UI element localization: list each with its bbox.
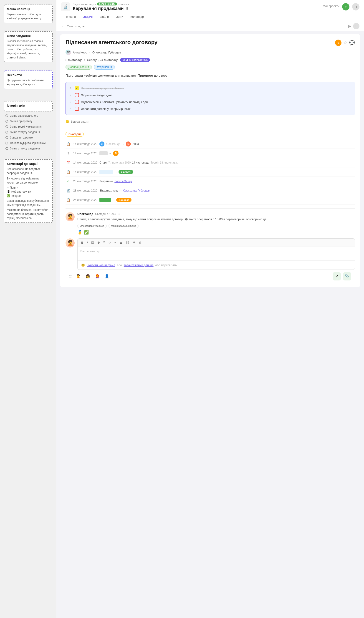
history-arrow4-icon: →: [112, 198, 115, 202]
comment-time: Сьогодні о 12:45: [95, 212, 116, 216]
comments-desc4: Можете не боятися, що потрібне повідомле…: [7, 208, 50, 220]
history-item-6: 🔄 23 листопада 2020 Відкрита знову — Оле…: [65, 186, 355, 195]
comment-text: Привіт, я заново відкрив завдання, тому …: [77, 217, 355, 221]
nav-tabs: Головна Задачі Файли Звіти Календар: [61, 13, 147, 21]
task-desc-box: Опис завдання В описі зберігаються голов…: [4, 31, 53, 62]
toolbar-list-ol[interactable]: ≣: [119, 240, 123, 245]
history-content-5: Закрита — Волков Захар: [99, 180, 355, 183]
toolbar-code[interactable]: {}: [138, 240, 142, 245]
toolbar-italic[interactable]: i: [86, 240, 89, 245]
history-item-1: 📋 14 листопада 2020 OA Олександр → АК Ан…: [65, 140, 355, 149]
attach-new-link[interactable]: Вкласти новий файл: [87, 263, 115, 267]
attach-file-button[interactable]: 📎: [343, 272, 351, 281]
tab-reports[interactable]: Звіти: [112, 13, 127, 21]
assignee2-name: Олександр Губерцев: [92, 51, 121, 54]
checkbox-1[interactable]: ✓: [75, 86, 79, 90]
history-item-4: 📋 14 листопада 2020 → У роботі: [65, 167, 355, 177]
reopened-by-link[interactable]: Олександр Губерцев: [123, 189, 149, 192]
history-icon-2: ⬆: [65, 151, 71, 156]
checklist-text-3: Здзвонитися з Клієнтом і уточнити необхі…: [81, 100, 148, 104]
bottom-avatar-1: 🧑‍🦱: [75, 273, 82, 280]
star-icon[interactable]: ☆: [343, 40, 347, 45]
history-icon-7: 📋: [65, 197, 71, 203]
comment-meta-1: Олександр Сьогодні о 12:45 ☆: [77, 212, 355, 216]
attach-section: 🙂 Вкласти новий файл або завантажений ра…: [78, 260, 355, 270]
breadcrumb-dept: Відділ маркетингу: [73, 3, 94, 5]
tab-tasks[interactable]: Задачі: [79, 13, 96, 21]
project-dots-icon[interactable]: ⁝⁝: [126, 6, 128, 11]
tab-files[interactable]: Файли: [96, 13, 112, 21]
history-line-6: Наново відкрита керівником: [4, 142, 53, 145]
date-remaining: 16 днів залишилось: [120, 58, 150, 62]
comment-author: Олександр: [77, 212, 93, 216]
bottom-avatar-3: 👩‍🦰: [94, 273, 101, 280]
add-button[interactable]: +: [342, 3, 350, 11]
closed-by-link[interactable]: Волков Захар: [115, 180, 132, 183]
back-arrow-icon[interactable]: ←: [61, 24, 65, 29]
divider-2: [65, 208, 355, 209]
history-icon-4: 📋: [65, 169, 71, 175]
attach-prev-link[interactable]: завантажений раніше: [124, 263, 154, 267]
task-dates: 8 листопада › Середа , 24 листопада 16 д…: [65, 58, 355, 62]
comments-desc3: Ваша відповідь продублюється в коментаря…: [7, 199, 50, 207]
toolbar-link[interactable]: ⛓: [125, 240, 130, 245]
main-content: 🔬 Відділ маркетингу › великі клієнти ком…: [56, 0, 364, 618]
forward-arrow-icon[interactable]: ▶: [348, 24, 351, 29]
toolbar-list-ul[interactable]: ≡: [114, 240, 117, 245]
reaction-2: ✅: [84, 230, 89, 235]
toolbar-strike[interactable]: S: [97, 240, 101, 245]
breadcrumb-arrow: ›: [95, 3, 96, 5]
checklist-item-2: 2 Зібрати необхідні дані: [70, 92, 351, 99]
toolbar-shape[interactable]: ◇: [108, 240, 112, 245]
send-button[interactable]: ↗: [333, 272, 341, 281]
history-icon-5: ✓: [65, 179, 71, 184]
comment-avatar-1: 🧑‍🦱: [65, 212, 75, 221]
comment-item-1: 🧑‍🦱 Олександр Сьогодні о 12:45 ☆ Привіт,…: [65, 212, 355, 235]
list-icon[interactable]: L: [353, 23, 359, 29]
project-title: Керування продажами ⁝⁝: [73, 6, 129, 11]
checklist-item-3: 3 Здзвонитися з Клієнтом і уточнити необ…: [70, 99, 351, 105]
editor-toolbar: B i ☑ S ❞ ◇ ≡ ≣ ⛓ @ {}: [78, 239, 355, 247]
mention-1: Олександр Губерцев: [77, 224, 107, 228]
task-meta: АК Анна Корс < Олександр Губерцев: [65, 50, 355, 55]
back-label: Список задач: [67, 25, 85, 28]
react-button[interactable]: 🙂 Відреагувати: [65, 119, 355, 124]
editor-avatar: 🧑‍🦱: [65, 238, 75, 247]
breadcrumb-tag: великі клієнти: [97, 2, 117, 5]
tag-doopratsuvannia: Доопрацювання: [65, 64, 92, 70]
toolbar-checkbox[interactable]: ☑: [90, 240, 95, 245]
toolbar-mention[interactable]: @: [132, 240, 136, 245]
tab-calendar[interactable]: Календар: [127, 13, 147, 21]
header-top-row: 🔬 Відділ маркетингу › великі клієнти ком…: [61, 2, 359, 11]
checkbox-3[interactable]: [75, 100, 79, 104]
assignee1-name: Анна Корс: [73, 51, 87, 54]
task-content-area: Підписання агентського договору 9 ☆ 💬 АК…: [60, 34, 360, 287]
editor-input[interactable]: Ваш коментар: [78, 247, 355, 260]
comments-title: Коментарі до задачі: [7, 162, 50, 166]
history-box: Історія змін: [4, 101, 53, 111]
history-arrow-icon: →: [122, 142, 124, 146]
checkbox-4[interactable]: [75, 107, 79, 111]
history-content-1: OA Олександр → АК Анна: [99, 142, 355, 146]
bottom-avatars: 🧑‍🦱 👩 👩‍🦰 👤: [75, 273, 111, 280]
toolbar-bold[interactable]: B: [80, 240, 84, 245]
history-date-3: 14 листопада 2020: [73, 161, 97, 164]
reaction-1: 🥇: [77, 230, 82, 235]
user-avatar[interactable]: П: [352, 3, 359, 11]
history-date-6: 23 листопада 2020: [73, 189, 97, 192]
comment-star-icon[interactable]: ☆: [118, 212, 121, 216]
task-badge-num: 9: [335, 39, 341, 46]
checklist-item-1: 1 ✓ Запланувати зустріч з клієнтом: [70, 85, 351, 92]
editor-area: B i ☑ S ❞ ◇ ≡ ≣ ⛓ @ {} Ваш коментар: [77, 238, 355, 270]
history-arrow3-icon: →: [115, 170, 117, 174]
comments-channels: ✉ Пошти📱 Моб.застосунку✅ Telegram: [7, 186, 50, 198]
checkbox-2[interactable]: [75, 93, 79, 97]
tab-main[interactable]: Головна: [61, 13, 79, 21]
history-icon-6: 🔄: [65, 188, 71, 193]
history-content-3: Старт 7 листопада 2020 14 листопада Терм…: [99, 161, 355, 164]
comment-mentions: Олександр Губерцев Марія Красильникова: [77, 224, 355, 228]
toolbar-quote[interactable]: ❞: [102, 240, 106, 245]
history-arrow2-icon: →: [109, 152, 112, 155]
chat-icon[interactable]: 💬: [349, 40, 355, 45]
send-icon: ↗: [335, 274, 338, 278]
